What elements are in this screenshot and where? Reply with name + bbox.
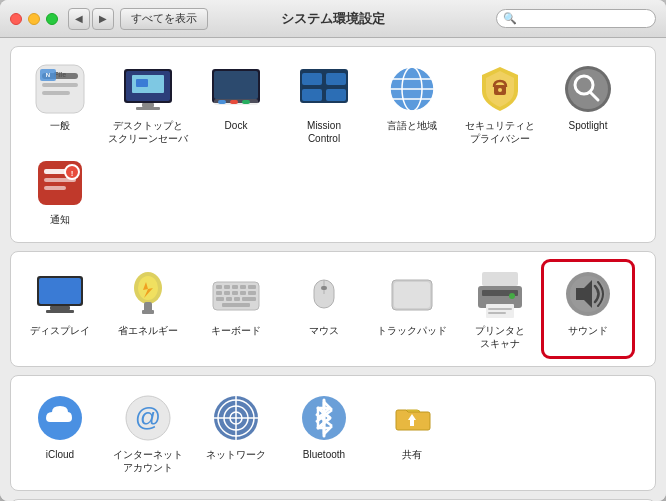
dock-label: Dock (225, 119, 248, 132)
maximize-button[interactable] (46, 13, 58, 25)
minimize-button[interactable] (28, 13, 40, 25)
network-item[interactable]: ネットワーク (192, 386, 280, 480)
icloud-item[interactable]: iCloud (16, 386, 104, 480)
svg-rect-43 (39, 278, 81, 304)
sharing-item[interactable]: 共有 (368, 386, 456, 480)
desktop-label: デスクトップと スクリーンセーバ (108, 119, 188, 145)
svg-rect-75 (486, 304, 514, 318)
internet-accounts-label: インターネット アカウント (113, 448, 183, 474)
energy-label: 省エネルギー (118, 324, 178, 337)
sound-label: サウンド (568, 324, 608, 337)
security-label: セキュリティと プライバシー (465, 119, 535, 145)
svg-rect-55 (248, 285, 256, 289)
svg-rect-54 (240, 285, 246, 289)
svg-text:!: ! (71, 169, 74, 178)
svg-rect-53 (232, 285, 238, 289)
forward-button[interactable]: ▶ (92, 8, 114, 30)
svg-text:N: N (46, 72, 50, 78)
security-item[interactable]: セキュリティと プライバシー (456, 57, 544, 151)
close-button[interactable] (10, 13, 22, 25)
network-icon (210, 392, 262, 444)
svg-rect-62 (226, 297, 232, 301)
keyboard-icon (210, 268, 262, 320)
section-personal: File N 一般 (10, 46, 656, 243)
svg-rect-57 (224, 291, 230, 295)
bluetooth-label: Bluetooth (303, 448, 345, 461)
svg-rect-56 (216, 291, 222, 295)
printers-label: プリンタと スキャナ (475, 324, 525, 350)
trackpad-icon (386, 268, 438, 320)
mouse-icon (298, 268, 350, 320)
search-input[interactable] (520, 13, 650, 25)
network-label: ネットワーク (206, 448, 266, 461)
dock-item[interactable]: Dock (192, 57, 280, 151)
notifications-item[interactable]: ! 通知 (16, 151, 104, 232)
svg-point-47 (138, 276, 158, 300)
mouse-label: マウス (309, 324, 339, 337)
energy-item[interactable]: 省エネルギー (104, 262, 192, 356)
svg-rect-11 (142, 103, 154, 107)
svg-rect-17 (230, 100, 238, 104)
trackpad-item[interactable]: トラックパッド (368, 262, 456, 356)
svg-rect-49 (142, 310, 154, 314)
spotlight-label: Spotlight (569, 119, 608, 132)
svg-rect-65 (222, 303, 250, 307)
back-button[interactable]: ◀ (68, 8, 90, 30)
dock-icon (210, 63, 262, 115)
svg-rect-77 (488, 312, 506, 314)
language-item[interactable]: 言語と地域 (368, 57, 456, 151)
svg-rect-14 (214, 71, 258, 99)
energy-icon (122, 268, 174, 320)
printers-icon (474, 268, 526, 320)
svg-rect-64 (242, 297, 256, 301)
sound-icon (562, 268, 614, 320)
svg-rect-44 (50, 306, 70, 310)
svg-rect-22 (302, 89, 322, 101)
icloud-icon (34, 392, 86, 444)
title-bar: ◀ ▶ すべてを表示 システム環境設定 🔍 (0, 0, 666, 38)
notifications-label: 通知 (50, 213, 70, 226)
section-internet: iCloud @ インターネット アカウント (10, 375, 656, 491)
svg-rect-60 (248, 291, 256, 295)
section3-grid: iCloud @ インターネット アカウント (16, 386, 650, 480)
general-item[interactable]: File N 一般 (16, 57, 104, 151)
general-icon: File N (34, 63, 86, 115)
section2-grid: ディスプレイ 省エネルギー (16, 262, 650, 356)
svg-rect-71 (482, 272, 518, 286)
svg-rect-58 (232, 291, 238, 295)
printers-item[interactable]: プリンタと スキャナ (456, 262, 544, 356)
spotlight-icon (562, 63, 614, 115)
svg-rect-20 (302, 73, 322, 85)
svg-rect-23 (326, 89, 346, 101)
internet-accounts-icon: @ (122, 392, 174, 444)
svg-rect-70 (394, 282, 430, 308)
svg-rect-45 (46, 310, 74, 313)
sharing-label: 共有 (402, 448, 422, 461)
show-all-button[interactable]: すべてを表示 (120, 8, 208, 30)
internet-accounts-item[interactable]: @ インターネット アカウント (104, 386, 192, 480)
svg-rect-63 (234, 297, 240, 301)
main-content: File N 一般 (0, 38, 666, 501)
svg-rect-61 (216, 297, 224, 301)
keyboard-item[interactable]: キーボード (192, 262, 280, 356)
search-icon: 🔍 (503, 12, 517, 25)
svg-rect-12 (136, 107, 160, 110)
bluetooth-icon (298, 392, 350, 444)
sound-item[interactable]: サウンド (544, 262, 632, 356)
svg-rect-3 (42, 91, 70, 95)
mission-control-item[interactable]: Mission Control (280, 57, 368, 151)
svg-rect-10 (136, 79, 148, 87)
sharing-icon (386, 392, 438, 444)
svg-rect-76 (488, 308, 512, 310)
desktop-item[interactable]: デスクトップと スクリーンセーバ (104, 57, 192, 151)
search-box[interactable]: 🔍 (496, 9, 656, 28)
displays-item[interactable]: ディスプレイ (16, 262, 104, 356)
bluetooth-item[interactable]: Bluetooth (280, 386, 368, 480)
mission-control-icon (298, 63, 350, 115)
svg-rect-59 (240, 291, 246, 295)
mouse-item[interactable]: マウス (280, 262, 368, 356)
svg-rect-21 (326, 73, 346, 85)
section1-grid: File N 一般 (16, 57, 650, 232)
spotlight-item[interactable]: Spotlight (544, 57, 632, 151)
security-icon (474, 63, 526, 115)
